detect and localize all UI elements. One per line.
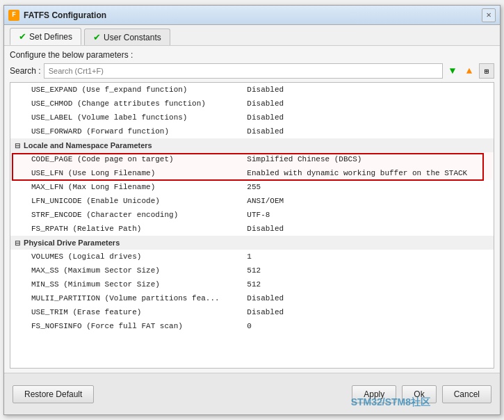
- params-container[interactable]: USE_EXPAND (Use f_expand function)Disabl…: [10, 82, 494, 369]
- restore-default-button[interactable]: Restore Default: [13, 385, 94, 403]
- main-window: F FATFS Configuration ✕ ✔ Set Defines ✔ …: [3, 5, 501, 415]
- search-next-button[interactable]: ▼: [446, 64, 460, 78]
- table-row[interactable]: USE_LFN (Use Long Filename)Enabled with …: [10, 166, 494, 180]
- search-prev-button[interactable]: ▲: [462, 64, 476, 78]
- tab-user-constants[interactable]: ✔ User Constants: [84, 29, 170, 45]
- table-row[interactable]: MAX_SS (Maximum Sector Size)512: [10, 264, 494, 277]
- tab-check-icon-2: ✔: [93, 32, 101, 42]
- table-row[interactable]: FS_RPATH (Relative Path)Disabled: [10, 222, 494, 236]
- configure-label: Configure the below parameters :: [10, 50, 494, 60]
- section-header: ⊟ Locale and Namespace Parameters: [10, 138, 494, 152]
- table-row[interactable]: USE_CHMOD (Change attributes function)Di…: [10, 97, 494, 111]
- table-row[interactable]: USE_TRIM (Erase feature)Disabled: [10, 305, 494, 319]
- content-area: Configure the below parameters : Search …: [4, 46, 500, 373]
- bottom-bar: Restore Default STM32/STM8社区 Apply Ok Ca…: [4, 373, 500, 414]
- close-button[interactable]: ✕: [482, 8, 496, 22]
- table-row[interactable]: CODE_PAGE (Code page on target)Simplifie…: [10, 152, 494, 166]
- params-table: USE_EXPAND (Use f_expand function)Disabl…: [10, 83, 494, 333]
- grid-view-button[interactable]: ⊞: [479, 63, 494, 79]
- tabs-bar: ✔ Set Defines ✔ User Constants: [4, 25, 500, 46]
- search-input[interactable]: [44, 63, 443, 79]
- window-icon: F: [8, 10, 19, 21]
- table-row[interactable]: FS_NOFSINFO (Force full FAT scan)0: [10, 319, 494, 333]
- table-row[interactable]: USE_LABEL (Volume label functions)Disabl…: [10, 111, 494, 124]
- tab-check-icon: ✔: [19, 31, 26, 42]
- tab-set-defines[interactable]: ✔ Set Defines: [10, 28, 81, 45]
- cancel-button[interactable]: Cancel: [442, 385, 491, 403]
- table-row[interactable]: LFN_UNICODE (Enable Unicode)ANSI/OEM: [10, 194, 494, 208]
- search-label: Search :: [10, 66, 41, 76]
- table-row[interactable]: MIN_SS (Minimum Sector Size)512: [10, 277, 494, 291]
- tab-set-defines-label: Set Defines: [29, 32, 72, 42]
- window-title: FATFS Configuration: [24, 10, 106, 20]
- table-row[interactable]: MAX_LFN (Max Long Filename)255: [10, 180, 494, 194]
- search-bar: Search : ▼ ▲ ⊞: [10, 63, 494, 79]
- watermark: STM32/STM8社区: [351, 396, 430, 409]
- tab-user-constants-label: User Constants: [104, 33, 161, 42]
- table-row[interactable]: USE_EXPAND (Use f_expand function)Disabl…: [10, 83, 494, 97]
- table-row[interactable]: VOLUMES (Logical drives)1: [10, 250, 494, 264]
- title-bar-left: F FATFS Configuration: [8, 10, 106, 21]
- table-row[interactable]: USE_FORWARD (Forward function)Disabled: [10, 124, 494, 138]
- title-bar: F FATFS Configuration ✕: [4, 6, 500, 25]
- section-header: ⊟ Physical Drive Parameters: [10, 236, 494, 250]
- table-row[interactable]: MULII_PARTITION (Volume partitions fea..…: [10, 291, 494, 305]
- table-row[interactable]: STRF_ENCODE (Character encoding)UTF-8: [10, 208, 494, 222]
